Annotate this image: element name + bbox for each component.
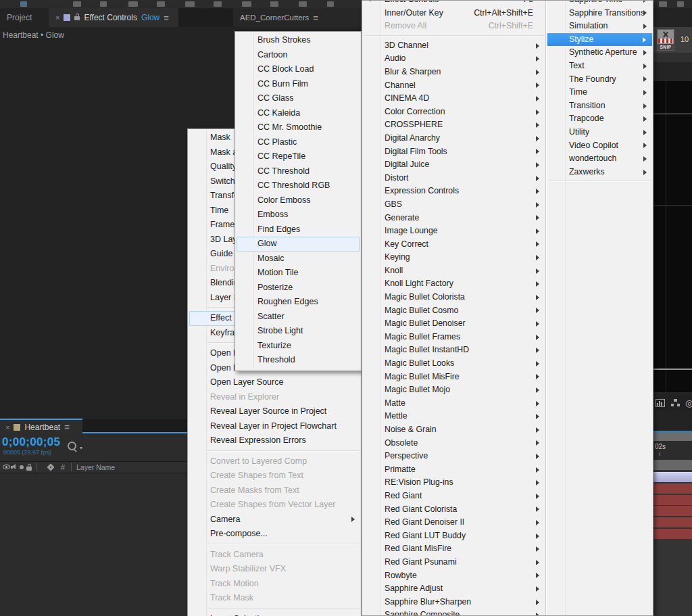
layer-duration-bar[interactable] <box>653 483 692 494</box>
menu-item-sapphire-time[interactable]: Sapphire Time <box>547 1 653 7</box>
work-area-bar[interactable] <box>653 460 692 470</box>
menu-item-gbs[interactable]: GBS <box>362 198 545 212</box>
menu-item-utility[interactable]: Utility <box>547 126 653 139</box>
menu-item-magic-bullet-frames[interactable]: Magic Bullet Frames <box>362 331 545 344</box>
menu-item-red-giant-denoiser-ii[interactable]: Red Giant Denoiser II <box>362 516 545 529</box>
menu-item-reveal-layer-source-in-project[interactable]: Reveal Layer Source in Project <box>188 404 361 419</box>
menu-item-trapcode[interactable]: Trapcode <box>547 112 653 126</box>
toolbar-icon-fragment[interactable] <box>242 1 251 7</box>
menu-item-color-emboss[interactable]: Color Emboss <box>235 193 361 208</box>
layer-duration-bar[interactable] <box>653 472 692 482</box>
menu-item-motion-tile[interactable]: Motion Tile <box>235 266 361 281</box>
menu-item-sapphire-composite[interactable]: Sapphire Composite <box>362 609 545 616</box>
layer-duration-bar[interactable] <box>653 529 692 539</box>
menu-item-reveal-expression-errors[interactable]: Reveal Expression Errors <box>188 433 361 448</box>
toolbar-icon-fragment[interactable] <box>677 1 684 7</box>
menu-item-cc-kaleida[interactable]: CC Kaleida <box>235 106 361 121</box>
toolbar-icon-fragment[interactable] <box>20 1 27 7</box>
menu-item-red-giant-misfire[interactable]: Red Giant MisFire <box>362 542 545 556</box>
menu-item-mettle[interactable]: Mettle <box>362 410 545 423</box>
menu-item-distort[interactable]: Distort <box>362 172 545 185</box>
menu-item-magic-bullet-denoiser[interactable]: Magic Bullet Denoiser <box>362 317 545 331</box>
menu-item-strobe-light[interactable]: Strobe Light <box>235 324 361 339</box>
menu-item-glow[interactable]: Glow <box>237 237 360 252</box>
menu-item-mosaic[interactable]: Mosaic <box>235 252 361 266</box>
menu-item-sapphire-adjust[interactable]: Sapphire Adjust <box>362 582 545 596</box>
toolbar-icon-fragment[interactable] <box>214 1 222 7</box>
menu-item-reveal-layer-in-project-flowchart[interactable]: Reveal Layer in Project Flowchart <box>188 419 361 434</box>
menu-item-inner-outer-key[interactable]: Inner/Outer KeyCtrl+Alt+Shift+E <box>362 7 545 20</box>
panel-menu-icon[interactable]: ≡ <box>64 423 70 431</box>
lock-icon[interactable] <box>74 16 80 20</box>
search-icon[interactable] <box>68 442 76 450</box>
menu-item-obsolete[interactable]: Obsolete <box>362 437 545 450</box>
menu-item-cc-threshold[interactable]: CC Threshold <box>235 164 361 179</box>
panel-menu-icon[interactable]: ≡ <box>313 14 318 22</box>
menu-item-invert-selection[interactable]: Invert Selection <box>188 612 361 616</box>
search-caret-icon[interactable]: ▾ <box>80 445 82 451</box>
menu-item-sapphire-blur-sharpen[interactable]: Sapphire Blur+Sharpen <box>362 596 545 609</box>
menu-item-brush-strokes[interactable]: Brush Strokes <box>235 33 361 48</box>
number-column-header[interactable]: # <box>61 463 65 471</box>
menu-item-channel[interactable]: Channel <box>362 79 545 93</box>
menu-item-cc-mr-smoothie[interactable]: CC Mr. Smoothie <box>235 120 361 135</box>
toolbar-icon-fragment[interactable] <box>327 1 334 7</box>
menu-item-cc-repetile[interactable]: CC RepeTile <box>235 149 361 164</box>
toolbar-icon-fragment[interactable] <box>100 1 107 7</box>
video-column-icon[interactable] <box>3 465 10 469</box>
toolbar-icon-fragment[interactable] <box>299 1 307 7</box>
timeline-scroll-band[interactable] <box>653 433 692 441</box>
flowchart-icon[interactable] <box>671 399 681 407</box>
menu-item-color-correction[interactable]: Color Correction <box>362 105 545 119</box>
toolbar-icon-fragment[interactable] <box>185 1 195 7</box>
menu-item-threshold[interactable]: Threshold <box>235 353 361 368</box>
menu-item-stylize[interactable]: Stylize <box>547 33 652 47</box>
menu-item-time[interactable]: Time <box>547 86 653 99</box>
menu-item-effect-controls[interactable]: Effect Controls✓F3 <box>362 1 545 7</box>
toolbar-icon-fragment[interactable] <box>157 1 165 7</box>
close-icon[interactable]: × <box>55 14 59 22</box>
menu-item-magic-bullet-colorista[interactable]: Magic Bullet Colorista <box>362 291 545 304</box>
tab-aed-cornercutters[interactable]: AED_CornerCutters ≡ <box>233 8 363 27</box>
menu-item-cartoon[interactable]: Cartoon <box>235 48 361 63</box>
toolbar-icon-fragment[interactable] <box>659 1 667 7</box>
graph-icon[interactable] <box>656 399 665 407</box>
menu-item-red-giant-psunami[interactable]: Red Giant Psunami <box>362 556 545 569</box>
menu-item-wondertouch[interactable]: wondertouch <box>547 152 653 166</box>
audio-column-icon[interactable] <box>11 464 18 470</box>
menu-item-magic-bullet-instanthd[interactable]: Magic Bullet InstantHD <box>362 343 545 357</box>
solo-column-icon[interactable] <box>20 465 24 469</box>
menu-item-key-correct[interactable]: Key Correct <box>362 238 545 252</box>
menu-item-transition[interactable]: Transition <box>547 99 653 113</box>
menu-item-camera[interactable]: Camera <box>188 513 361 527</box>
menu-item-blur-sharpen[interactable]: Blur & Sharpen <box>362 66 545 79</box>
menu-item-the-foundry[interactable]: The Foundry <box>547 73 653 87</box>
menu-item-texturize[interactable]: Texturize <box>235 339 361 354</box>
layer-duration-bar[interactable] <box>653 506 692 516</box>
menu-item-audio[interactable]: Audio <box>362 52 545 66</box>
menu-item-crossphere[interactable]: CROSSPHERE <box>362 118 545 132</box>
motion-blur-icon[interactable]: ◎ <box>685 398 692 408</box>
menu-item-digital-anarchy[interactable]: Digital Anarchy <box>362 132 545 145</box>
menu-item-noise-grain[interactable]: Noise & Grain <box>362 423 545 437</box>
menu-item-knoll-light-factory[interactable]: Knoll Light Factory <box>362 277 545 291</box>
tab-heartbeat[interactable]: × Heartbeat ≡ <box>0 419 82 434</box>
time-ruler[interactable]: 02s <box>653 441 692 460</box>
menu-item-primatte[interactable]: Primatte <box>362 463 545 477</box>
project-item-row[interactable]: SNIP 10 <box>653 27 692 53</box>
menu-item-cc-threshold-rgb[interactable]: CC Threshold RGB <box>235 179 361 193</box>
menu-item-pre-compose[interactable]: Pre-compose... <box>188 527 361 542</box>
menu-item-knoll[interactable]: Knoll <box>362 264 545 278</box>
panel-menu-icon[interactable]: ≡ <box>164 14 169 22</box>
menu-item-posterize[interactable]: Posterize <box>235 281 361 295</box>
menu-item-roughen-edges[interactable]: Roughen Edges <box>235 295 361 310</box>
menu-item-video-copilot[interactable]: Video Copilot <box>547 139 653 153</box>
menu-item-find-edges[interactable]: Find Edges <box>235 222 361 237</box>
menu-item-scatter[interactable]: Scatter <box>235 310 361 325</box>
toolbar-icon-fragment[interactable] <box>128 1 138 7</box>
menu-item-emboss[interactable]: Emboss <box>235 208 361 222</box>
current-timecode[interactable]: 0;00;00;05 <box>2 435 60 449</box>
menu-item-perspective[interactable]: Perspective <box>362 450 545 463</box>
menu-item-cc-glass[interactable]: CC Glass <box>235 91 361 106</box>
menu-item-re-vision-plug-ins[interactable]: RE:Vision Plug-ins <box>362 476 545 490</box>
